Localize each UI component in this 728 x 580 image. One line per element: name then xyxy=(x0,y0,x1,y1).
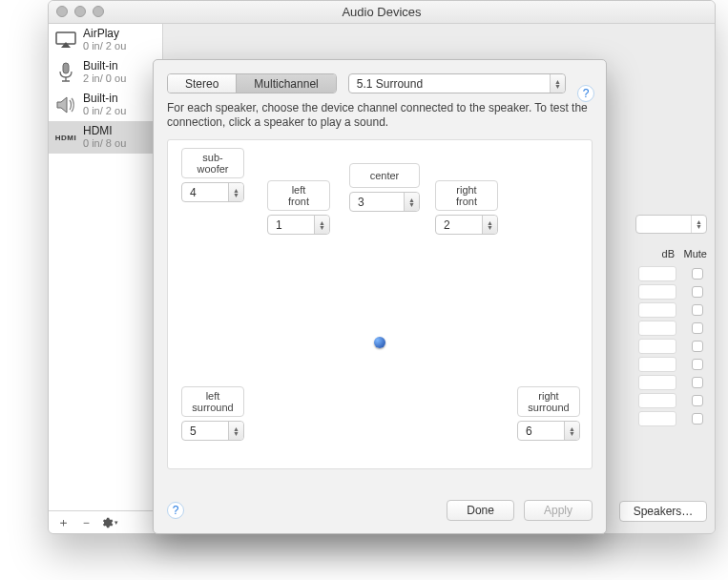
airplay-icon xyxy=(54,29,77,52)
sidebar-item-builtin-mic[interactable]: Built-in2 in/ 0 ou xyxy=(49,56,162,89)
svg-rect-1 xyxy=(63,63,69,73)
layout-select-value: 5.1 Surround xyxy=(357,77,423,91)
channel-select-center[interactable]: 3▲▼ xyxy=(349,192,420,212)
sidebar-item-label: AirPlay xyxy=(83,28,126,40)
db-header: dB xyxy=(662,248,675,259)
speaker-left-surround: leftsurround 5▲▼ xyxy=(181,386,244,441)
apply-button[interactable]: Apply xyxy=(524,500,593,521)
sidebar-item-sub: 2 in/ 0 ou xyxy=(83,72,126,85)
speaker-label[interactable]: rightsurround xyxy=(517,386,580,417)
speaker-label[interactable]: leftfront xyxy=(267,180,330,211)
configure-speakers-sheet: ? Stereo Multichannel 5.1 Surround ▲▼ Fo… xyxy=(153,59,607,534)
speaker-subwoofer: sub-woofer 4▲▼ xyxy=(181,148,244,202)
speaker-label[interactable]: rightfront xyxy=(435,180,498,211)
tab-multichannel[interactable]: Multichannel xyxy=(236,74,335,93)
table-row xyxy=(638,264,707,282)
sidebar-item-hdmi[interactable]: HDMI HDMI0 in/ 8 ou xyxy=(49,121,162,154)
channel-rows xyxy=(638,264,707,427)
layout-select[interactable]: 5.1 Surround ▲▼ xyxy=(348,73,566,93)
table-row xyxy=(638,337,707,355)
chevron-up-down-icon: ▲▼ xyxy=(228,183,243,201)
sidebar-item-builtin-out[interactable]: Built-in0 in/ 2 ou xyxy=(49,89,162,121)
mute-checkbox[interactable] xyxy=(692,322,703,334)
channel-select-right-front[interactable]: 2▲▼ xyxy=(435,215,498,235)
sidebar-item-sub: 0 in/ 2 ou xyxy=(83,40,126,52)
table-row xyxy=(638,355,707,373)
microphone-icon xyxy=(54,61,77,84)
hdmi-icon: HDMI xyxy=(54,126,77,149)
sidebar-item-airplay[interactable]: AirPlay0 in/ 2 ou xyxy=(49,24,162,56)
sidebar-footer: ＋ － ▾ xyxy=(49,510,162,533)
gear-icon[interactable]: ▾ xyxy=(98,514,119,531)
speaker-center: center 3▲▼ xyxy=(349,163,420,212)
instructions-text: For each speaker, choose the device chan… xyxy=(154,101,606,130)
speaker-label[interactable]: sub-woofer xyxy=(181,148,244,178)
table-row xyxy=(638,409,707,427)
channel-select-subwoofer[interactable]: 4▲▼ xyxy=(181,182,244,202)
table-row xyxy=(638,391,707,409)
mute-checkbox[interactable] xyxy=(692,268,703,280)
table-row xyxy=(638,319,707,337)
speaker-left-front: leftfront 1▲▼ xyxy=(267,180,330,235)
sidebar-item-label: HDMI xyxy=(83,125,126,137)
mode-segmented: Stereo Multichannel xyxy=(167,73,337,93)
mute-checkbox[interactable] xyxy=(692,413,703,425)
done-button[interactable]: Done xyxy=(447,500,514,521)
mute-header: Mute xyxy=(684,248,707,259)
help-button[interactable]: ? xyxy=(577,85,594,102)
sidebar-item-sub: 0 in/ 8 ou xyxy=(83,137,126,150)
speaker-icon xyxy=(54,93,77,116)
table-row xyxy=(638,373,707,391)
sidebar-item-label: Built-in xyxy=(83,60,126,72)
add-button[interactable]: ＋ xyxy=(52,514,73,531)
speaker-right-surround: rightsurround 6▲▼ xyxy=(517,386,580,441)
chevron-up-down-icon: ▲▼ xyxy=(482,216,497,234)
traffic-lights xyxy=(56,6,104,17)
titlebar[interactable]: Audio Devices xyxy=(49,1,715,24)
window-title: Audio Devices xyxy=(342,5,421,19)
mute-checkbox[interactable] xyxy=(692,304,703,316)
help-button[interactable]: ? xyxy=(167,502,184,519)
channel-select-left-surround[interactable]: 5▲▼ xyxy=(181,421,244,441)
speaker-layout-canvas: sub-woofer 4▲▼ leftfront 1▲▼ center 3▲▼ … xyxy=(167,139,593,469)
chevron-up-down-icon: ▲▼ xyxy=(314,216,329,234)
channel-select-right-surround[interactable]: 6▲▼ xyxy=(517,421,580,441)
chevron-up-down-icon: ▲▼ xyxy=(404,193,419,211)
mute-checkbox[interactable] xyxy=(692,377,703,388)
sidebar-item-sub: 0 in/ 2 ou xyxy=(83,105,126,117)
configure-speakers-button[interactable]: Speakers… xyxy=(619,501,707,522)
chevron-up-down-icon: ▲▼ xyxy=(564,422,579,440)
table-row xyxy=(638,282,707,300)
channel-select-left-front[interactable]: 1▲▼ xyxy=(267,215,330,235)
mute-checkbox[interactable] xyxy=(692,395,703,406)
mute-checkbox[interactable] xyxy=(692,341,703,352)
chevron-up-down-icon: ▲▼ xyxy=(228,422,243,440)
tab-stereo[interactable]: Stereo xyxy=(168,74,236,93)
speaker-label[interactable]: leftsurround xyxy=(181,386,244,417)
table-row xyxy=(638,300,707,319)
minimize-icon[interactable] xyxy=(74,6,86,17)
listener-icon xyxy=(374,337,385,348)
speaker-label[interactable]: center xyxy=(349,163,420,188)
close-icon[interactable] xyxy=(56,6,68,17)
speaker-right-front: rightfront 2▲▼ xyxy=(435,180,498,235)
mute-checkbox[interactable] xyxy=(692,286,703,298)
format-select[interactable]: ▲▼ xyxy=(635,215,707,234)
chevron-up-down-icon: ▲▼ xyxy=(550,74,565,93)
remove-button[interactable]: － xyxy=(75,514,96,531)
sidebar-item-label: Built-in xyxy=(83,93,126,105)
zoom-icon[interactable] xyxy=(93,6,104,17)
device-sidebar: AirPlay0 in/ 2 ou Built-in2 in/ 0 ou Bui… xyxy=(49,24,163,533)
mute-checkbox[interactable] xyxy=(692,359,703,370)
